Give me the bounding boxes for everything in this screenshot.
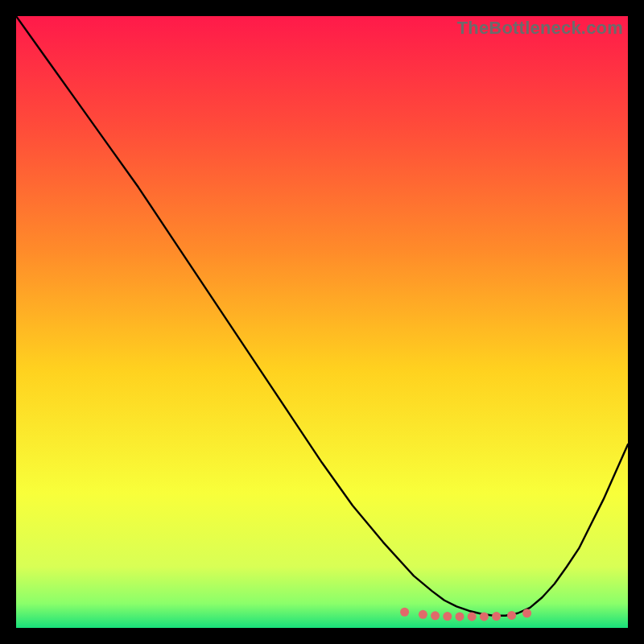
chart-frame: TheBottleneck.com	[16, 16, 628, 628]
gradient-background	[16, 16, 628, 628]
watermark-text: TheBottleneck.com	[457, 18, 623, 39]
bottleneck-chart	[16, 16, 628, 628]
marker-dot	[468, 612, 477, 621]
marker-dot	[480, 612, 489, 621]
marker-dot	[492, 612, 501, 621]
marker-dot	[419, 610, 427, 619]
marker-dot	[400, 608, 409, 617]
marker-dot	[522, 609, 531, 617]
marker-dot	[431, 611, 440, 620]
marker-dot	[456, 612, 464, 621]
marker-dot	[507, 611, 516, 620]
marker-dot	[443, 612, 452, 621]
